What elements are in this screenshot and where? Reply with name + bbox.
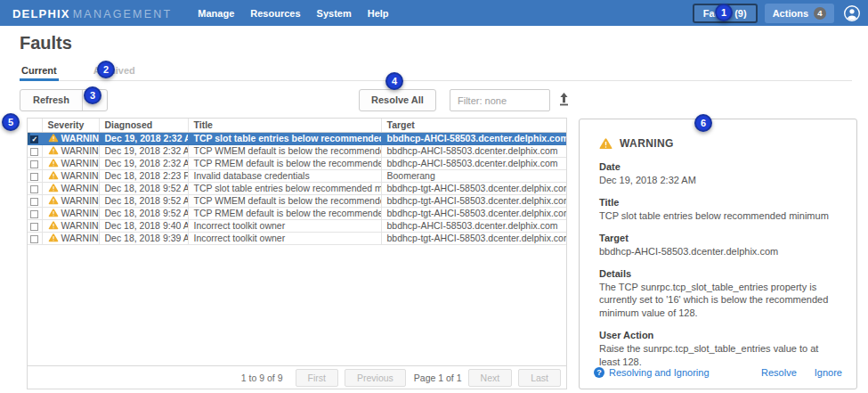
row-diagnosed: Dec 19, 2018 2:32 AM: [99, 157, 188, 169]
warning-icon: [48, 209, 59, 217]
detail-section-label: Title: [599, 197, 837, 208]
row-diagnosed: Dec 18, 2018 9:52 AM: [99, 207, 188, 219]
resolve-all-button[interactable]: Resolve All: [359, 89, 436, 111]
warning-icon: [48, 221, 59, 230]
callout-3: 3: [84, 86, 101, 104]
page-title: Faults: [20, 33, 72, 53]
user-profile-icon[interactable]: [843, 4, 861, 22]
row-diagnosed: Dec 18, 2018 9:39 AM: [99, 232, 188, 244]
row-diagnosed: Dec 18, 2018 9:52 AM: [99, 194, 188, 207]
table-row[interactable]: WARNINGDec 19, 2018 2:32 AMTCP WMEM defa…: [28, 144, 566, 157]
detail-section-value: TCP slot table entries below recommended…: [599, 209, 837, 223]
callout-2: 2: [97, 61, 115, 78]
detail-section-value: Raise the sunrpc.tcp_slot_table_entries …: [599, 342, 837, 369]
nav-manage[interactable]: Manage: [190, 8, 242, 19]
nav-system[interactable]: System: [309, 8, 360, 19]
row-checkbox[interactable]: [30, 148, 38, 156]
row-checkbox[interactable]: [30, 198, 38, 206]
filter-input[interactable]: [450, 89, 550, 111]
actions-button[interactable]: Actions 4: [765, 4, 834, 23]
pagination-page-label: Page 1 of 1: [414, 373, 462, 383]
row-checkbox[interactable]: [30, 185, 38, 193]
row-checkbox[interactable]: [30, 210, 38, 218]
logo-primary: DELPHIX: [12, 7, 70, 20]
table-row[interactable]: WARNINGDec 18, 2018 9:52 AMTCP slot tabl…: [28, 182, 566, 194]
row-severity: WARNING: [42, 232, 99, 244]
upload-arrow-icon: [557, 91, 571, 107]
resolving-ignoring-help-link[interactable]: ? Resolving and Ignoring: [594, 367, 710, 378]
detail-section: Targetbbdhcp-AHCI-58503.dcenter.delphix.…: [599, 233, 837, 258]
fault-table-body: ✓WARNINGDec 19, 2018 2:32 AMTCP slot tab…: [28, 132, 566, 244]
callout-5: 5: [2, 113, 20, 131]
row-select-cell: [28, 194, 42, 207]
row-checkbox[interactable]: ✓: [30, 135, 38, 143]
row-select-cell: [28, 144, 42, 157]
pagination-next-button[interactable]: Next: [468, 369, 513, 387]
row-select-cell: [28, 207, 42, 219]
logo-secondary: MANAGEMENT: [73, 8, 173, 20]
warning-icon: [599, 138, 612, 150]
detail-section-label: User Action: [599, 330, 837, 340]
row-checkbox[interactable]: [30, 160, 38, 168]
pagination-last-button[interactable]: Last: [518, 369, 561, 387]
detail-section-value: Dec 19, 2018 2:32 AM: [599, 174, 837, 187]
pagination-first-button[interactable]: First: [296, 369, 338, 387]
header-severity[interactable]: Severity: [42, 119, 99, 132]
row-title: TCP slot table entries below recommended…: [188, 132, 381, 144]
table-row[interactable]: WARNINGDec 18, 2018 9:39 AMIncorrect too…: [28, 232, 566, 244]
row-checkbox[interactable]: [30, 235, 38, 243]
resolve-link[interactable]: Resolve: [761, 367, 797, 378]
table-row[interactable]: WARNINGDec 18, 2018 9:40 AMIncorrect too…: [28, 219, 566, 232]
refresh-button[interactable]: Refresh: [20, 90, 83, 111]
detail-section: TitleTCP slot table entries below recomm…: [599, 197, 837, 223]
detail-section: User ActionRaise the sunrpc.tcp_slot_tab…: [599, 330, 837, 369]
nav-resources[interactable]: Resources: [242, 8, 308, 19]
warning-icon: [48, 233, 59, 242]
table-row[interactable]: WARNINGDec 18, 2018 9:52 AMTCP RMEM defa…: [28, 207, 566, 219]
main-nav: Manage Resources System Help: [190, 8, 396, 19]
row-target: bbdhcp-AHCI-58503.dcenter.delphix.com: [381, 144, 566, 157]
faults-screen: DELPHIXMANAGEMENT Manage Resources Syste…: [0, 0, 868, 393]
nav-help[interactable]: Help: [360, 8, 397, 19]
header-title[interactable]: Title: [188, 119, 381, 132]
row-select-cell: [28, 219, 42, 232]
row-severity: WARNING: [42, 207, 99, 219]
row-target: Boomerang: [381, 169, 566, 182]
row-target: bbdhcp-tgt-AHCI-58503.dcenter.delphix.co…: [381, 182, 566, 194]
pagination-previous-button[interactable]: Previous: [345, 369, 406, 387]
callout-4: 4: [385, 72, 403, 90]
ignore-link[interactable]: Ignore: [815, 367, 842, 378]
row-target: bbdhcp-tgt-AHCI-58503.dcenter.delphix.co…: [381, 207, 566, 219]
detail-section-value: bbdhcp-AHCI-58503.dcenter.delphix.com: [599, 245, 837, 258]
row-title: TCP slot table entries below recommended…: [188, 182, 381, 194]
panel-footer: ? Resolving and Ignoring Resolve Ignore: [594, 367, 842, 378]
export-button[interactable]: [556, 91, 571, 108]
header-target[interactable]: Target: [381, 119, 566, 132]
detail-section-label: Date: [599, 161, 837, 172]
table-row[interactable]: WARNINGDec 18, 2018 9:52 AMTCP WMEM defa…: [28, 194, 566, 207]
warning-icon: [48, 134, 59, 143]
table-row[interactable]: WARNINGDec 18, 2018 2:23 PMInvalid datab…: [28, 169, 566, 182]
header-diagnosed[interactable]: Diagnosed: [99, 119, 188, 132]
fault-detail-panel: WARNING DateDec 19, 2018 2:32 AMTitleTCP…: [579, 119, 857, 389]
delphix-logo: DELPHIXMANAGEMENT: [12, 5, 172, 21]
row-diagnosed: Dec 19, 2018 2:32 AM: [99, 132, 188, 144]
table-row[interactable]: ✓WARNINGDec 19, 2018 2:32 AMTCP slot tab…: [28, 132, 566, 144]
row-target: bbdhcp-tgt-AHCI-58503.dcenter.delphix.co…: [381, 194, 566, 207]
row-target: bbdhcp-tgt-AHCI-58503.dcenter.delphix.co…: [381, 232, 566, 244]
detail-section: DateDec 19, 2018 2:32 AM: [599, 161, 837, 187]
table-header: Severity Diagnosed Title Target: [28, 119, 566, 132]
row-select-cell: ✓: [28, 132, 42, 144]
row-checkbox[interactable]: [30, 223, 38, 231]
row-diagnosed: Dec 18, 2018 9:52 AM: [99, 182, 188, 194]
row-severity: WARNING: [42, 144, 99, 157]
tab-current[interactable]: Current: [20, 65, 59, 80]
table-row[interactable]: WARNINGDec 19, 2018 2:32 AMTCP RMEM defa…: [28, 157, 566, 169]
detail-section-value: The TCP sunrpc.tcp_slot_table_entries pr…: [599, 281, 837, 321]
row-select-cell: [28, 182, 42, 194]
pagination-range: 1 to 9 of 9: [241, 373, 283, 383]
row-checkbox[interactable]: [30, 173, 38, 181]
help-question-icon: ?: [594, 367, 604, 378]
warning-icon: [48, 146, 59, 155]
row-target: bbdhcp-AHCI-58503.dcenter.delphix.com: [381, 219, 566, 232]
